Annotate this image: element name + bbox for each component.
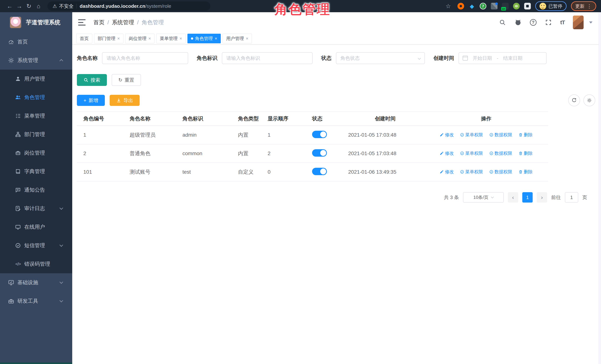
sidebar-item-label: 错误码管理 bbox=[24, 260, 50, 267]
goto-page-input[interactable] bbox=[565, 192, 578, 203]
sidebar-item-label: 基础设施 bbox=[17, 279, 38, 286]
page-1-button[interactable]: 1 bbox=[522, 192, 533, 203]
help-icon[interactable]: ? bbox=[530, 19, 537, 26]
avatar-dropdown-caret-icon[interactable] bbox=[589, 21, 592, 23]
export-button[interactable]: 导出 bbox=[110, 95, 140, 106]
tab-departments[interactable]: 部门管理× bbox=[94, 34, 123, 43]
status-toggle[interactable] bbox=[312, 131, 327, 138]
sidebar-item-online-users[interactable]: 在线用户 bbox=[0, 218, 72, 236]
plus-icon: + bbox=[83, 98, 86, 103]
sidebar-item-menus[interactable]: 菜单管理 bbox=[0, 107, 72, 125]
tab-posts[interactable]: 岗位管理× bbox=[125, 34, 154, 43]
page-size-select[interactable]: 10条/页 bbox=[463, 192, 504, 203]
prev-page-button[interactable]: ‹ bbox=[508, 192, 518, 203]
github-icon[interactable] bbox=[514, 19, 522, 26]
sidebar-item-sms[interactable]: 短信管理 bbox=[0, 236, 72, 255]
settings-icon bbox=[587, 98, 592, 103]
not-secure-label: 不安全 bbox=[59, 3, 73, 10]
breadcrumb: 首页 / 系统管理 / 角色管理 bbox=[93, 19, 164, 26]
close-icon[interactable]: × bbox=[117, 36, 120, 41]
extension-green-icon[interactable]: 7 bbox=[480, 3, 486, 10]
page-scrollbar[interactable] bbox=[599, 12, 601, 364]
sidebar-item-dev-tools[interactable]: 研发工具 bbox=[0, 292, 72, 310]
role-name-label: 角色名称 bbox=[77, 55, 98, 62]
sidebar-item-system[interactable]: 系统管理 bbox=[0, 51, 72, 70]
close-icon[interactable]: × bbox=[148, 36, 151, 41]
sidebar-item-home[interactable]: 首页 bbox=[0, 33, 72, 51]
forward-icon[interactable]: → bbox=[14, 3, 24, 10]
menu-permission-link[interactable]: 菜单权限 bbox=[460, 132, 483, 138]
extension-monkey-icon[interactable] bbox=[513, 3, 520, 10]
sidebar-item-roles[interactable]: 角色管理 bbox=[0, 88, 72, 107]
sidebar-item-departments[interactable]: 部门管理 bbox=[0, 125, 72, 144]
breadcrumb-system[interactable]: 系统管理 bbox=[112, 19, 134, 26]
circle-check-icon bbox=[460, 170, 464, 174]
extensions-puzzle-icon[interactable] bbox=[524, 3, 531, 10]
sidebar-item-infrastructure[interactable]: 基础设施 bbox=[0, 273, 72, 292]
data-permission-link[interactable]: 数据权限 bbox=[489, 150, 512, 156]
close-icon[interactable]: × bbox=[215, 36, 217, 41]
status-select[interactable]: 角色状态 bbox=[336, 52, 425, 64]
bookmark-star-icon[interactable]: ☆ bbox=[443, 3, 453, 10]
reload-icon[interactable]: ↻ bbox=[24, 3, 34, 10]
extension-gem-icon[interactable]: ◆ bbox=[469, 3, 475, 10]
not-secure-warning-icon: ⚠ bbox=[53, 3, 57, 9]
book-icon bbox=[14, 168, 22, 174]
update-pill[interactable]: 更新 ⋮ bbox=[571, 1, 596, 11]
user-avatar[interactable] bbox=[573, 16, 584, 29]
extension-switch-icon[interactable]: on bbox=[502, 3, 509, 10]
add-button[interactable]: + 新增 bbox=[77, 95, 105, 106]
font-size-icon[interactable]: tT bbox=[560, 19, 565, 26]
next-page-button[interactable]: › bbox=[537, 192, 547, 203]
org-tree-icon bbox=[14, 131, 22, 137]
menu-permission-link[interactable]: 菜单权限 bbox=[460, 150, 483, 156]
sidebar-item-notice[interactable]: 通知公告 bbox=[0, 181, 72, 199]
search-button[interactable]: 搜索 bbox=[77, 74, 107, 86]
page-unit-label: 页 bbox=[582, 194, 587, 201]
extension-grid-icon[interactable] bbox=[491, 3, 498, 10]
delete-link[interactable]: 删除 bbox=[519, 132, 533, 138]
tab-roles[interactable]: 角色管理× bbox=[187, 34, 221, 43]
sidebar-item-error-codes[interactable]: </> 错误码管理 bbox=[0, 255, 72, 273]
status-toggle[interactable] bbox=[312, 149, 327, 157]
home-icon[interactable]: ⌂ bbox=[34, 3, 43, 10]
edit-link[interactable]: 修改 bbox=[440, 150, 454, 156]
sidebar-item-label: 用户管理 bbox=[24, 75, 45, 82]
column-settings-button[interactable] bbox=[583, 94, 595, 106]
reset-button[interactable]: ↻ 重置 bbox=[112, 74, 141, 86]
profile-paused-pill[interactable]: 已暂停 bbox=[535, 1, 567, 11]
edit-link[interactable]: 修改 bbox=[440, 169, 454, 175]
back-icon[interactable]: ← bbox=[5, 3, 14, 10]
data-permission-link[interactable]: 数据权限 bbox=[489, 169, 512, 175]
data-permission-link[interactable]: 数据权限 bbox=[489, 132, 512, 138]
tab-menus[interactable]: 菜单管理× bbox=[156, 34, 186, 43]
create-time-range-picker[interactable]: 开始日期 - 结束日期 bbox=[459, 52, 547, 64]
hamburger-icon[interactable] bbox=[78, 19, 86, 26]
breadcrumb-current: 角色管理 bbox=[142, 19, 164, 26]
address-bar[interactable]: ⚠ 不安全 dashboard.yudao.iocoder.cn/system/… bbox=[47, 1, 210, 11]
search-icon[interactable] bbox=[499, 19, 506, 26]
delete-link[interactable]: 删除 bbox=[519, 150, 533, 156]
tab-home[interactable]: 首页 bbox=[76, 34, 92, 43]
sidebar-item-dict[interactable]: 字典管理 bbox=[0, 162, 72, 181]
tab-users[interactable]: 用户管理× bbox=[223, 34, 252, 43]
fullscreen-icon[interactable] bbox=[545, 19, 552, 26]
sidebar-item-audit-log[interactable]: 审计日志 bbox=[0, 199, 72, 218]
close-icon[interactable]: × bbox=[246, 36, 248, 41]
refresh-table-button[interactable] bbox=[568, 94, 580, 106]
app-logo-row[interactable]: 芋道管理系统 bbox=[0, 12, 72, 33]
role-key-input[interactable] bbox=[222, 52, 313, 64]
table-row: 2 普通角色 common 内置 2 2021-01-05 17:03:48 修… bbox=[77, 144, 548, 163]
edit-link[interactable]: 修改 bbox=[440, 132, 454, 138]
browser-menu-icon[interactable]: ⋮ bbox=[587, 3, 592, 9]
status-toggle[interactable] bbox=[312, 168, 327, 175]
menu-permission-link[interactable]: 菜单权限 bbox=[460, 169, 483, 175]
role-name-input[interactable] bbox=[102, 52, 188, 64]
extension-orange-icon[interactable] bbox=[458, 3, 464, 10]
delete-link[interactable]: 删除 bbox=[519, 169, 533, 175]
breadcrumb-home[interactable]: 首页 bbox=[93, 19, 104, 26]
sidebar-item-posts[interactable]: 岗位管理 bbox=[0, 144, 72, 162]
sidebar-item-users[interactable]: 用户管理 bbox=[0, 70, 72, 88]
circle-check-icon bbox=[460, 133, 464, 137]
close-icon[interactable]: × bbox=[180, 36, 182, 41]
